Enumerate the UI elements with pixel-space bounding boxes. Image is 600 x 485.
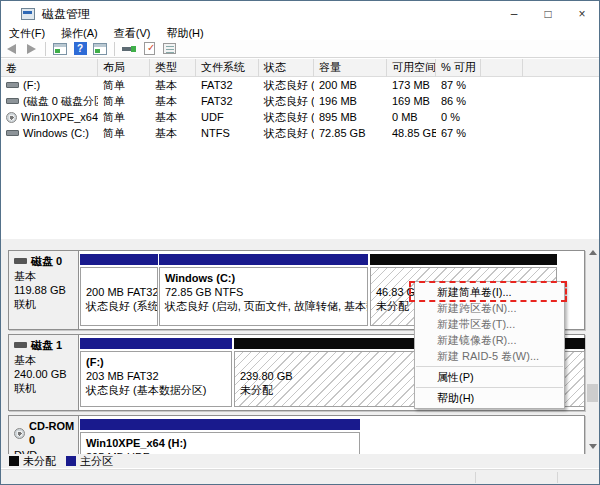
legend: 未分配 主分区 — [1, 454, 599, 468]
partition-size: 200 MB FAT32 — [86, 285, 152, 299]
header-filler — [523, 59, 599, 76]
menu-separator — [416, 366, 563, 367]
table-row[interactable]: (磁盘 0 磁盘分区 1) 简单 基本 FAT32 状态良好 (... 196 … — [1, 93, 599, 109]
close-button[interactable]: × — [565, 1, 599, 27]
header-filler — [481, 59, 523, 77]
vertical-scrollbar[interactable] — [586, 245, 599, 453]
maximize-button[interactable]: □ — [531, 1, 565, 27]
disk-type: 基本 — [14, 269, 78, 283]
cell-volume: (F:) — [1, 77, 98, 93]
help-button[interactable]: ? — [70, 41, 90, 57]
primary-partition-swatch — [66, 456, 76, 466]
partition-status: 状态良好 (系统, 基本 — [86, 299, 152, 313]
volume-name: Windows (C:) — [23, 125, 89, 141]
cell-layout: 简单 — [98, 77, 150, 93]
menu-view[interactable]: 查看(V) — [106, 26, 159, 40]
table-row[interactable]: Win10XPE_x64 (H:) 简单 基本 UDF 状态良好 (... 89… — [1, 109, 599, 125]
table-row[interactable]: (F:) 简单 基本 FAT32 状态良好 (... 200 MB 173 MB… — [1, 77, 599, 93]
menu-item-properties[interactable]: 属性(P) — [415, 369, 564, 385]
header-filesystem[interactable]: 文件系统 — [196, 59, 259, 77]
forward-button[interactable] — [21, 41, 41, 57]
window-controls: – □ × — [497, 1, 599, 27]
minimize-button[interactable]: – — [497, 1, 531, 27]
partition-bar — [370, 254, 557, 265]
cell-pct-free: 67 % — [436, 125, 481, 141]
cell-filesystem: FAT32 — [196, 93, 259, 109]
volume-name: (磁盘 0 磁盘分区 1) — [23, 93, 98, 109]
cell-type: 基本 — [150, 77, 196, 93]
cell-free-space: 173 MB — [387, 77, 436, 93]
cell-pct-free: 87 % — [436, 77, 481, 93]
scrollbar-up-button[interactable] — [586, 245, 599, 259]
partition-cdrom-h[interactable]: Win10XPE_x64 (H:) 895 MB UDF — [80, 419, 360, 454]
volume-name: (F:) — [23, 77, 40, 93]
drive-icon — [6, 98, 19, 104]
header-capacity[interactable]: 容量 — [314, 59, 387, 77]
properties-button[interactable] — [159, 41, 179, 57]
check-document-button[interactable] — [139, 41, 159, 57]
back-arrow-icon — [7, 44, 16, 54]
cell-pct-free: 86 % — [436, 93, 481, 109]
disc-icon — [14, 428, 25, 439]
disk-name: 磁盘 0 — [31, 254, 62, 268]
toolbar-separator — [114, 42, 115, 56]
menu-help[interactable]: 帮助(H) — [158, 26, 211, 40]
cell-type: 基本 — [150, 125, 196, 141]
menu-item-new-raid5-volume: 新建 RAID-5 卷(W)... — [415, 348, 564, 364]
menu-item-help[interactable]: 帮助(H) — [415, 390, 564, 406]
back-button[interactable] — [1, 41, 21, 57]
highlight-annotation — [409, 281, 567, 302]
partition-name: Win10XPE_x64 (H:) — [86, 436, 354, 450]
cell-volume: Win10XPE_x64 (H:) — [1, 109, 98, 125]
partition-size: 203 MB FAT32 — [86, 369, 226, 383]
table-row[interactable]: Windows (C:) 简单 基本 NTFS 状态良好 (... 72.85 … — [1, 125, 599, 141]
console-tree-icon — [93, 43, 107, 55]
cell-volume: Windows (C:) — [1, 125, 98, 141]
header-free-space[interactable]: 可用空间 — [387, 59, 436, 77]
properties-panel-icon — [163, 43, 176, 54]
header-volume[interactable]: 卷 — [1, 59, 98, 77]
cdrom-0-label[interactable]: CD-ROM 0 DVD 895 MB — [9, 416, 79, 454]
menu-file[interactable]: 文件(F) — [1, 26, 53, 40]
header-pct-free[interactable]: % 可用 — [436, 59, 481, 77]
cell-filesystem: UDF — [196, 109, 259, 125]
partition-name: (F:) — [86, 355, 226, 369]
partition-disk0-system[interactable]: 200 MB FAT32 状态良好 (系统, 基本 — [80, 254, 158, 326]
forward-arrow-icon — [27, 44, 36, 54]
partition-bar — [159, 254, 368, 265]
disk-status: 联机 — [14, 381, 78, 395]
app-icon — [21, 8, 35, 20]
rescan-button[interactable] — [119, 41, 139, 57]
scrollbar-down-button[interactable] — [586, 439, 599, 453]
partition-bar — [80, 419, 360, 430]
cell-capacity: 196 MB — [314, 93, 387, 109]
statusbar-separator — [557, 472, 558, 483]
header-type[interactable]: 类型 — [150, 59, 196, 77]
scrollbar-thumb[interactable] — [587, 384, 598, 402]
partition-disk0-windows-c[interactable]: Windows (C:) 72.85 GB NTFS 状态良好 (启动, 页面文… — [159, 254, 368, 326]
cdrom-0-partitions: Win10XPE_x64 (H:) 895 MB UDF — [79, 416, 584, 454]
console-tree-button[interactable] — [90, 41, 110, 57]
cell-capacity: 72.85 GB — [314, 125, 387, 141]
header-status[interactable]: 状态 — [259, 59, 314, 77]
cell-layout: 简单 — [98, 93, 150, 109]
chevron-up-icon — [589, 250, 597, 255]
menu-action[interactable]: 操作(A) — [53, 26, 106, 40]
cell-filesystem: FAT32 — [196, 77, 259, 93]
status-bar — [1, 469, 599, 484]
partition-bar — [80, 254, 158, 265]
unallocated-swatch — [9, 456, 19, 466]
disk-1-label[interactable]: 磁盘 1 基本 240.00 GB 联机 — [9, 335, 79, 410]
partition-disk1-f[interactable]: (F:) 203 MB FAT32 状态良好 (基本数据分区) — [80, 338, 232, 407]
partition-name: Windows (C:) — [165, 271, 362, 285]
toolbar-separator — [45, 42, 46, 56]
chevron-down-icon — [589, 444, 597, 449]
partition-name — [86, 271, 152, 285]
disk-0-label[interactable]: 磁盘 0 基本 119.88 GB 联机 — [9, 251, 79, 329]
console-window-button[interactable] — [50, 41, 70, 57]
partition-size: 72.85 GB NTFS — [165, 285, 362, 299]
header-layout[interactable]: 布局 — [98, 59, 150, 77]
cell-layout: 简单 — [98, 125, 150, 141]
cell-free-space: 48.85 GB — [387, 125, 436, 141]
rescan-tool-icon — [122, 44, 136, 54]
